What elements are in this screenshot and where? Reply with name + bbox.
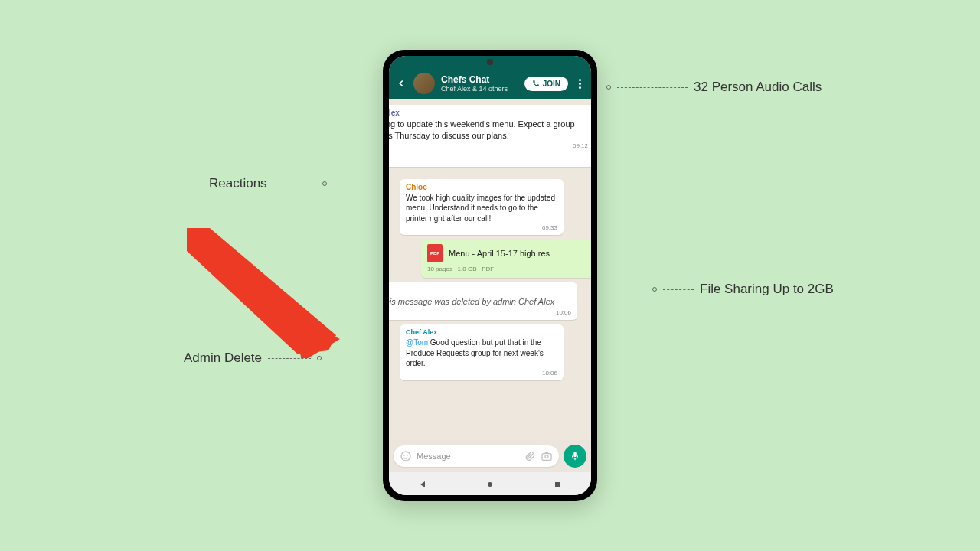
callout-file-sharing: File Sharing Up to 2GB (652, 282, 834, 297)
callout-reactions: Reactions (209, 176, 327, 191)
sender-name: Tom (389, 286, 571, 295)
file-meta: 10 pages · 1.8 GB · PDF (427, 266, 494, 273)
header-text[interactable]: Chefs Chat Chef Alex & 14 others (441, 74, 518, 93)
camera-icon[interactable] (541, 450, 553, 462)
nav-recent-icon[interactable] (553, 480, 562, 489)
callout-label: Admin Delete (184, 350, 262, 366)
message-bubble[interactable]: Chef Alex @Tom Good question but put tha… (400, 324, 564, 380)
phone-camera-notch (487, 59, 493, 65)
attachment-icon[interactable] (524, 450, 536, 462)
message-text: @Tom Good question but put that in the P… (406, 337, 557, 369)
svg-marker-1 (187, 228, 336, 354)
callout-label: 32 Person Audio Calls (694, 80, 822, 95)
phone-icon (532, 80, 540, 87)
deleted-message-bubble[interactable]: Tom This message was deleted by admin Ch… (389, 282, 577, 320)
svg-rect-6 (542, 454, 551, 461)
mic-icon (570, 451, 580, 461)
chat-title: Chefs Chat (441, 74, 518, 85)
phone-screen: Chefs Chat Chef Alex & 14 others JOIN Ch… (389, 56, 591, 495)
message-bubble[interactable]: Chef Alex Working to update this weekend… (389, 105, 591, 167)
svg-point-9 (488, 482, 492, 487)
sender-name: Chef Alex (389, 109, 588, 117)
message-time: 09:12 (389, 142, 588, 149)
callout-audio-calls: 32 Person Audio Calls (606, 80, 822, 95)
avatar[interactable] (413, 73, 435, 94)
more-icon[interactable] (574, 79, 585, 89)
svg-rect-10 (555, 482, 560, 487)
chat-body: Chef Alex Working to update this weekend… (389, 99, 591, 440)
message-time: 10:06 (389, 309, 571, 316)
message-bubble[interactable]: Chloe We took high quality images for th… (400, 179, 564, 236)
sender-name: Chef Alex (406, 328, 557, 336)
file-name: Menu - April 15-17 high res (449, 249, 550, 258)
message-input[interactable]: Message (394, 445, 559, 467)
message-time: 10:06 (406, 370, 557, 377)
callout-admin-delete: Admin Delete (184, 350, 322, 366)
emoji-icon[interactable] (400, 450, 412, 462)
svg-point-4 (404, 455, 405, 455)
reactions-bar[interactable]: 👍🙏😀 12 (389, 152, 588, 163)
chat-subtitle: Chef Alex & 14 others (441, 85, 518, 93)
svg-point-3 (401, 452, 410, 461)
file-bubble[interactable]: PDF Menu - April 15-17 high res 10 pages… (421, 240, 591, 278)
android-nav-bar (389, 472, 591, 495)
mention[interactable]: @Tom (406, 338, 428, 347)
nav-home-icon[interactable] (485, 480, 495, 489)
svg-point-7 (545, 455, 548, 458)
nav-back-icon[interactable] (418, 480, 427, 489)
sender-name: Chloe (406, 183, 557, 191)
input-bar: Message (389, 440, 591, 472)
deleted-text: This message was deleted by admin Chef A… (389, 296, 554, 308)
callout-label: File Sharing Up to 2GB (700, 282, 834, 297)
phone-frame: Chefs Chat Chef Alex & 14 others JOIN Ch… (383, 50, 597, 501)
callout-label: Reactions (209, 176, 267, 191)
red-arrow (187, 228, 340, 358)
message-text: Working to update this weekend's menu. E… (389, 119, 588, 142)
message-text: We took high quality images for the upda… (406, 193, 557, 224)
message-time: 09:33 (406, 224, 557, 231)
input-placeholder: Message (416, 452, 519, 461)
svg-marker-8 (420, 481, 425, 487)
back-icon[interactable] (395, 77, 407, 90)
pdf-icon: PDF (427, 244, 443, 262)
join-button[interactable]: JOIN (524, 77, 568, 91)
mic-button[interactable] (564, 445, 586, 468)
join-label: JOIN (543, 80, 560, 88)
svg-point-5 (407, 455, 408, 455)
